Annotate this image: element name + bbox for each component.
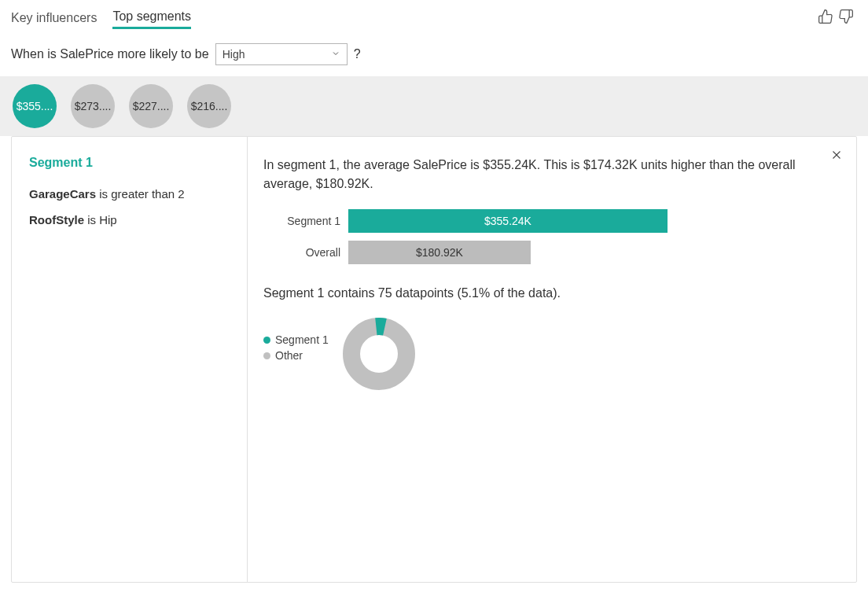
close-icon[interactable] xyxy=(829,148,844,164)
datapoints-summary: Segment 1 contains 75 datapoints (5.1% o… xyxy=(263,286,814,300)
bar-segment: $355.24K xyxy=(348,209,668,233)
bar-label-overall: Overall xyxy=(263,246,348,259)
chevron-down-icon xyxy=(331,48,340,61)
segment-conditions-pane: Segment 1 GarageCars is greater than 2 R… xyxy=(12,137,248,582)
bar-overall: $180.92K xyxy=(348,241,531,264)
tab-key-influencers[interactable]: Key influencers xyxy=(11,8,97,28)
segment-condition: GarageCars is greater than 2 xyxy=(29,187,230,201)
bar-label-segment: Segment 1 xyxy=(263,215,348,227)
segment-bubble-2[interactable]: $273.... xyxy=(71,84,115,128)
donut-chart xyxy=(340,315,418,396)
condition-text: is greater than 2 xyxy=(96,187,185,201)
legend-dot-segment xyxy=(263,337,270,344)
tab-top-segments[interactable]: Top segments xyxy=(112,6,191,29)
donut-legend: Segment 1 Other xyxy=(263,333,329,365)
value-dropdown[interactable]: High xyxy=(215,43,348,65)
question-suffix: ? xyxy=(354,47,361,61)
condition-field: RoofStyle xyxy=(29,213,84,226)
question-prefix: When is SalePrice more likely to be xyxy=(11,47,209,61)
segment-bubble-1[interactable]: $355.... xyxy=(13,84,57,128)
segment-summary: In segment 1, the average SalePrice is $… xyxy=(263,156,814,193)
segment-condition: RoofStyle is Hip xyxy=(29,213,230,226)
segment-bubbles: $355.... $273.... $227.... $216.... xyxy=(0,76,868,136)
legend-label: Other xyxy=(275,349,303,362)
legend-dot-other xyxy=(263,352,270,359)
condition-text: is Hip xyxy=(84,213,117,226)
thumbs-down-icon[interactable] xyxy=(838,9,854,27)
thumbs-up-icon[interactable] xyxy=(818,9,833,27)
segment-bubble-4[interactable]: $216.... xyxy=(187,84,231,128)
segment-bubble-3[interactable]: $227.... xyxy=(129,84,173,128)
segment-title: Segment 1 xyxy=(29,156,230,170)
dropdown-selected: High xyxy=(223,48,245,61)
legend-label: Segment 1 xyxy=(275,333,329,346)
condition-field: GarageCars xyxy=(29,187,96,201)
